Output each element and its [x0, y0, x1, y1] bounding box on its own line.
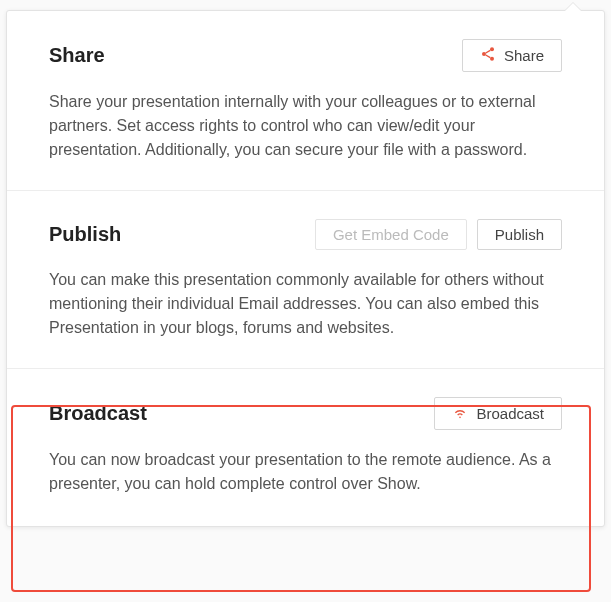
- share-section-header: Share Share: [49, 39, 562, 72]
- broadcast-title: Broadcast: [49, 402, 147, 425]
- broadcast-section: Broadcast Broadcast You can now broadcas…: [7, 369, 604, 524]
- publish-section-header: Publish Get Embed Code Publish: [49, 219, 562, 250]
- broadcast-description: You can now broadcast your presentation …: [49, 448, 562, 496]
- svg-point-2: [490, 57, 494, 61]
- publish-title: Publish: [49, 223, 121, 246]
- publish-button[interactable]: Publish: [477, 219, 562, 250]
- share-popover: Share Share Share your presentation inte…: [6, 10, 605, 527]
- share-title: Share: [49, 44, 105, 67]
- broadcast-button-row: Broadcast: [434, 397, 562, 430]
- publish-description: You can make this presentation commonly …: [49, 268, 562, 340]
- svg-point-3: [460, 417, 462, 419]
- share-button-label: Share: [504, 47, 544, 64]
- share-button-row: Share: [462, 39, 562, 72]
- svg-point-0: [490, 47, 494, 51]
- get-embed-code-button[interactable]: Get Embed Code: [315, 219, 467, 250]
- share-button[interactable]: Share: [462, 39, 562, 72]
- broadcast-button[interactable]: Broadcast: [434, 397, 562, 430]
- share-icon: [480, 46, 496, 65]
- publish-section: Publish Get Embed Code Publish You can m…: [7, 191, 604, 369]
- publish-button-row: Get Embed Code Publish: [315, 219, 562, 250]
- get-embed-code-button-label: Get Embed Code: [333, 226, 449, 243]
- broadcast-icon: [452, 404, 468, 423]
- share-section: Share Share Share your presentation inte…: [7, 11, 604, 191]
- svg-point-1: [482, 52, 486, 56]
- broadcast-button-label: Broadcast: [476, 405, 544, 422]
- publish-button-label: Publish: [495, 226, 544, 243]
- share-description: Share your presentation internally with …: [49, 90, 562, 162]
- broadcast-section-header: Broadcast Broadcast: [49, 397, 562, 430]
